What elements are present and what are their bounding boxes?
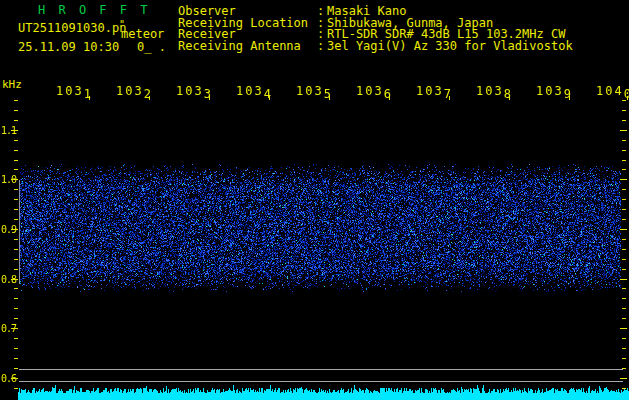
freq-major-tick-right	[620, 130, 627, 131]
freq-major-tick-right	[620, 378, 627, 379]
freq-major-tick-right	[620, 229, 627, 230]
time-tick	[569, 96, 570, 100]
time-tick	[389, 96, 390, 100]
freq-tick-label: 0.6	[1, 373, 19, 384]
freq-minor-tick	[14, 150, 18, 151]
y-axis-unit-label: kHz	[2, 78, 22, 91]
freq-minor-tick	[14, 388, 18, 389]
freq-minor-tick	[14, 259, 18, 260]
freq-minor-tick-right	[622, 239, 626, 240]
time-tick	[509, 96, 510, 100]
freq-minor-tick-right	[622, 298, 626, 299]
time-tick-label: 1034	[236, 84, 273, 98]
freq-minor-tick	[14, 219, 18, 220]
freq-minor-tick	[14, 358, 18, 359]
freq-minor-tick	[14, 288, 18, 289]
time-tick-label: 1033	[176, 84, 213, 98]
time-tick	[449, 96, 450, 100]
freq-tick-label: 1.1	[1, 125, 19, 136]
freq-minor-tick-right	[622, 348, 626, 349]
freq-minor-tick-right	[622, 358, 626, 359]
app-title: H R O F F T	[38, 3, 150, 17]
freq-minor-tick-right	[622, 100, 626, 101]
freq-minor-tick	[14, 308, 18, 309]
info-row: Receiving Antenna:3el Yagi(V) Az 330 for…	[178, 41, 573, 52]
freq-minor-tick	[14, 368, 18, 369]
time-tick-label: 1036	[356, 84, 393, 98]
output-filename: UT2511091030.pn	[18, 21, 126, 35]
reference-line-lower	[19, 381, 623, 382]
time-tick-label: 1040	[596, 84, 629, 98]
freq-minor-tick	[14, 348, 18, 349]
freq-minor-tick	[14, 338, 18, 339]
freq-minor-tick-right	[622, 368, 626, 369]
info-label: Receiving Antenna	[178, 41, 317, 52]
freq-minor-tick-right	[622, 160, 626, 161]
time-tick	[627, 96, 628, 100]
freq-minor-tick-right	[622, 189, 626, 190]
freq-minor-tick	[14, 298, 18, 299]
freq-minor-tick	[14, 100, 18, 101]
freq-minor-tick-right	[622, 199, 626, 200]
freq-tick-label: 1.0	[1, 174, 19, 185]
info-value: 3el Yagi(V) Az 330 for Vladivostok	[327, 39, 573, 53]
band-start-line	[19, 180, 20, 284]
freq-minor-tick	[14, 318, 18, 319]
freq-minor-tick-right	[622, 169, 626, 170]
freq-minor-tick-right	[622, 308, 626, 309]
freq-minor-tick-right	[622, 110, 626, 111]
freq-tick-label: 0.7	[1, 323, 19, 334]
freq-minor-tick-right	[622, 120, 626, 121]
freq-minor-tick-right	[622, 249, 626, 250]
time-tick	[329, 96, 330, 100]
freq-major-tick-right	[620, 279, 627, 280]
freq-minor-tick-right	[622, 338, 626, 339]
freq-minor-tick	[14, 249, 18, 250]
time-tick-label: 1032	[116, 84, 153, 98]
time-tick-label: 1035	[296, 84, 333, 98]
freq-major-tick-right	[620, 179, 627, 180]
freq-minor-tick	[14, 110, 18, 111]
freq-minor-tick-right	[622, 209, 626, 210]
time-tick-label: 1031	[56, 84, 93, 98]
freq-tick-label: 0.9	[1, 224, 19, 235]
freq-minor-tick-right	[622, 318, 626, 319]
freq-minor-tick-right	[622, 219, 626, 220]
freq-minor-tick	[14, 199, 18, 200]
freq-minor-tick	[14, 269, 18, 270]
freq-tick-label: 0.8	[1, 274, 19, 285]
reference-line-upper	[19, 369, 623, 370]
freq-minor-tick	[14, 239, 18, 240]
time-tick	[89, 96, 90, 100]
freq-minor-tick-right	[622, 150, 626, 151]
freq-minor-tick	[14, 169, 18, 170]
freq-major-tick-right	[620, 328, 627, 329]
info-separator: :	[317, 41, 327, 52]
mode-label: meteor	[121, 27, 164, 41]
spectrogram-canvas	[18, 96, 629, 400]
freq-minor-tick	[14, 189, 18, 190]
time-tick-label: 1039	[536, 84, 573, 98]
time-tick	[149, 96, 150, 100]
freq-minor-tick	[14, 160, 18, 161]
freq-minor-tick	[14, 120, 18, 121]
freq-minor-tick-right	[622, 140, 626, 141]
time-tick	[269, 96, 270, 100]
freq-minor-tick-right	[622, 269, 626, 270]
time-tick	[209, 96, 210, 100]
freq-minor-tick-right	[622, 288, 626, 289]
datetime-label: 25.11.09 10:30	[18, 40, 119, 54]
time-tick-label: 1038	[476, 84, 513, 98]
freq-minor-tick-right	[622, 388, 626, 389]
freq-minor-tick-right	[622, 259, 626, 260]
freq-minor-tick	[14, 140, 18, 141]
time-tick-label: 1037	[416, 84, 453, 98]
hrofft-screen: H R O F F T UT2511091030.pn " meteor 25.…	[0, 0, 629, 400]
freq-minor-tick	[14, 209, 18, 210]
echo-counter: 0_ .	[137, 40, 166, 54]
